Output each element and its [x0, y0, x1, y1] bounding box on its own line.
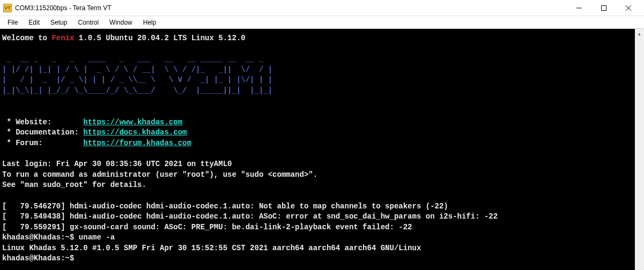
app-icon: VT — [3, 4, 12, 12]
prompt-path: :~$ — [61, 254, 79, 262]
ascii-art-line: |_|\_\|_| |_/_/ \_\____/_/ \_\___/ \_/ |… — [2, 86, 272, 95]
welcome-suffix: 1.0.5 Ubuntu 20.04.2 LTS Linux 5.12.0 — [74, 34, 245, 42]
minimize-button[interactable] — [567, 0, 591, 16]
kernel-log-line: [ 79.549438] hdmi-audio-codec hdmi-audio… — [2, 212, 498, 221]
prompt-user: khadas@Khadas — [2, 254, 61, 262]
welcome-prefix: Welcome to — [2, 34, 51, 42]
website-link[interactable]: https://www.khadas.com — [83, 118, 182, 126]
kernel-log-line: [ 79.559291] gx-sound-card sound: ASoC: … — [2, 223, 412, 231]
window-controls — [567, 0, 641, 16]
menu-control[interactable]: Control — [72, 18, 104, 27]
titlebar: VT COM3:115200bps - Tera Term VT — [0, 0, 644, 16]
command: uname -a — [79, 233, 115, 242]
menu-setup[interactable]: Setup — [45, 18, 72, 27]
menu-edit[interactable]: Edit — [23, 18, 45, 27]
menu-file[interactable]: File — [2, 18, 23, 27]
menu-help[interactable]: Help — [138, 18, 162, 27]
sudo-hint: To run a command as administrator (user … — [2, 170, 317, 179]
maximize-button[interactable] — [591, 0, 616, 16]
ascii-art-line: _ __ _ _ _ ____ _ ___ __ __ _____ __ __ … — [2, 55, 268, 63]
kernel-log-line: [ 79.546270] hdmi-audio-codec hdmi-audio… — [2, 202, 448, 211]
command-output: Linux Khadas 5.12.0 #1.0.5 SMP Fri Apr 3… — [2, 244, 421, 252]
docs-label: * Documentation: — [2, 128, 83, 137]
terminal-container: Welcome to Fenix 1.0.5 Ubuntu 20.04.2 LT… — [0, 29, 644, 270]
ascii-art-line: | / | _ |/ _ \| | | / _ \\__ \ \ V / _| … — [2, 76, 272, 84]
forum-link[interactable]: https://forum.khadas.com — [83, 139, 191, 147]
scrollbar-up-icon[interactable]: ▴ — [635, 29, 644, 38]
svg-rect-1 — [602, 5, 606, 10]
docs-link[interactable]: https://docs.khadas.com — [83, 128, 187, 137]
terminal[interactable]: Welcome to Fenix 1.0.5 Ubuntu 20.04.2 LT… — [0, 29, 635, 270]
menubar: File Edit Setup Control Window Help — [0, 16, 644, 29]
last-login: Last login: Fri Apr 30 08:35:36 UTC 2021… — [2, 160, 232, 168]
website-label: * Website: — [2, 118, 83, 126]
prompt-user: khadas@Khadas — [2, 233, 61, 242]
welcome-brand: Fenix — [51, 34, 74, 42]
forum-label: * Forum: — [2, 139, 83, 147]
sudo-hint: See "man sudo_root" for details. — [2, 181, 146, 189]
close-button[interactable] — [616, 0, 641, 16]
prompt-path: :~$ — [61, 233, 79, 242]
menu-window[interactable]: Window — [104, 18, 138, 27]
window-title: COM3:115200bps - Tera Term VT — [15, 4, 567, 12]
scrollbar[interactable]: ▴ — [635, 29, 644, 270]
ascii-art-line: | |/ /| |_| | / \ | _ \ / \ / __| \ \ / … — [2, 65, 272, 74]
